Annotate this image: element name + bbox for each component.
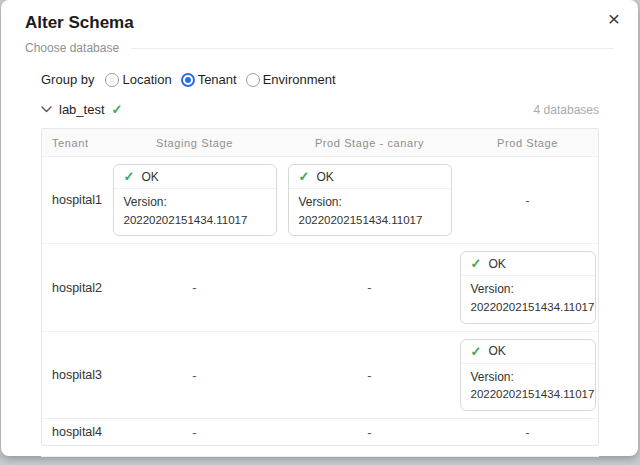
status-card[interactable]: ✓ OK Version: 20220202151434.11017 bbox=[460, 339, 596, 411]
check-icon: ✓ bbox=[471, 256, 482, 271]
status-card[interactable]: ✓ OK Version: 20220202151434.11017 bbox=[113, 164, 277, 236]
modal-footer: Cancel Next bbox=[1, 457, 638, 465]
prod-cell: ✓ OK Version: 20220202151434.11017 bbox=[457, 339, 598, 411]
version-value: 20220202151434.11017 bbox=[471, 299, 587, 317]
database-group-row: lab_test ✓ 4 databases bbox=[41, 102, 599, 117]
staging-cell: - bbox=[107, 368, 282, 383]
column-header-tenant: Tenant bbox=[42, 137, 107, 149]
version-label: Version: bbox=[471, 368, 587, 387]
version-label: Version: bbox=[124, 193, 268, 212]
tenant-name: hospital2 bbox=[42, 281, 107, 295]
canary-cell: - bbox=[282, 425, 457, 440]
header-divider bbox=[131, 48, 614, 49]
database-table: Tenant Staging Stage Prod Stage - canary… bbox=[41, 128, 599, 446]
status-card[interactable]: ✓ OK Version: 20220202151434.11017 bbox=[288, 164, 452, 236]
status-label: OK bbox=[488, 344, 505, 358]
version-value: 20220202151434.11017 bbox=[471, 386, 587, 404]
status-card[interactable]: ✓ OK Version: 20220202151434.11017 bbox=[460, 251, 596, 323]
version-label: Version: bbox=[299, 193, 443, 212]
prod-cell: - bbox=[457, 193, 598, 208]
status-label: OK bbox=[488, 257, 505, 271]
database-count: 4 databases bbox=[534, 103, 599, 117]
tenant-name: hospital1 bbox=[42, 193, 107, 207]
subtitle-row: Choose database bbox=[25, 41, 614, 55]
modal-header: Alter Schema Choose database × bbox=[1, 0, 638, 55]
status-card-body: Version: 20220202151434.11017 bbox=[114, 189, 276, 235]
staging-cell: - bbox=[107, 280, 282, 295]
page-title: Alter Schema bbox=[25, 13, 614, 33]
version-label: Version: bbox=[471, 280, 587, 299]
group-by-row: Group by Location Tenant Environment bbox=[41, 72, 599, 87]
status-card-header: ✓ OK bbox=[289, 165, 451, 189]
radio-option-tenant[interactable]: Tenant bbox=[181, 72, 237, 87]
version-value: 20220202151434.11017 bbox=[299, 212, 443, 230]
check-icon: ✓ bbox=[471, 344, 482, 359]
table-row: hospital1 ✓ OK Version: 20220202151434.1… bbox=[42, 157, 598, 244]
status-card-header: ✓ OK bbox=[461, 340, 595, 364]
close-icon[interactable]: × bbox=[608, 8, 620, 29]
database-group-name: lab_test bbox=[59, 102, 105, 117]
canary-cell: ✓ OK Version: 20220202151434.11017 bbox=[282, 164, 457, 236]
group-by-label: Group by bbox=[41, 72, 94, 87]
status-label: OK bbox=[141, 170, 158, 184]
alter-schema-modal: Alter Schema Choose database × Group by … bbox=[1, 0, 638, 456]
canary-cell: - bbox=[282, 280, 457, 295]
prod-cell: ✓ OK Version: 20220202151434.11017 bbox=[457, 251, 598, 323]
radio-label-location: Location bbox=[122, 72, 171, 87]
table-header: Tenant Staging Stage Prod Stage - canary… bbox=[42, 129, 598, 157]
column-header-staging: Staging Stage bbox=[107, 137, 282, 149]
database-group-toggle[interactable]: lab_test ✓ bbox=[41, 102, 122, 117]
status-card-body: Version: 20220202151434.11017 bbox=[461, 364, 595, 410]
status-card-body: Version: 20220202151434.11017 bbox=[289, 189, 451, 235]
check-icon: ✓ bbox=[124, 169, 135, 184]
status-card-header: ✓ OK bbox=[114, 165, 276, 189]
status-label: OK bbox=[316, 170, 333, 184]
staging-cell: - bbox=[107, 425, 282, 440]
radio-dot bbox=[185, 77, 191, 83]
staging-cell: ✓ OK Version: 20220202151434.11017 bbox=[107, 164, 282, 236]
modal-content: Group by Location Tenant Environment lab… bbox=[1, 72, 638, 457]
status-card-header: ✓ OK bbox=[461, 252, 595, 276]
version-value: 20220202151434.11017 bbox=[124, 212, 268, 230]
column-header-prod: Prod Stage bbox=[457, 137, 598, 149]
check-icon: ✓ bbox=[112, 102, 123, 117]
table-row: hospital3 - - ✓ OK Version: 202202021514… bbox=[42, 332, 598, 419]
radio-icon-location[interactable] bbox=[105, 73, 119, 87]
radio-option-environment[interactable]: Environment bbox=[246, 72, 336, 87]
column-header-canary: Prod Stage - canary bbox=[282, 137, 457, 149]
table-row: hospital4 - - - bbox=[42, 419, 598, 445]
check-icon: ✓ bbox=[299, 169, 310, 184]
table-row: hospital2 - - ✓ OK Version: 202202021514… bbox=[42, 244, 598, 331]
radio-label-tenant: Tenant bbox=[198, 72, 237, 87]
modal-subtitle: Choose database bbox=[25, 41, 119, 55]
radio-icon-environment[interactable] bbox=[246, 73, 260, 87]
canary-cell: - bbox=[282, 368, 457, 383]
prod-cell: - bbox=[457, 425, 598, 440]
status-card-body: Version: 20220202151434.11017 bbox=[461, 276, 595, 322]
radio-option-location[interactable]: Location bbox=[105, 72, 171, 87]
tenant-name: hospital3 bbox=[42, 368, 107, 382]
radio-icon-tenant-checked[interactable] bbox=[181, 73, 195, 87]
tenant-name: hospital4 bbox=[42, 425, 107, 439]
chevron-down-icon[interactable] bbox=[41, 106, 52, 113]
radio-label-environment: Environment bbox=[263, 72, 336, 87]
